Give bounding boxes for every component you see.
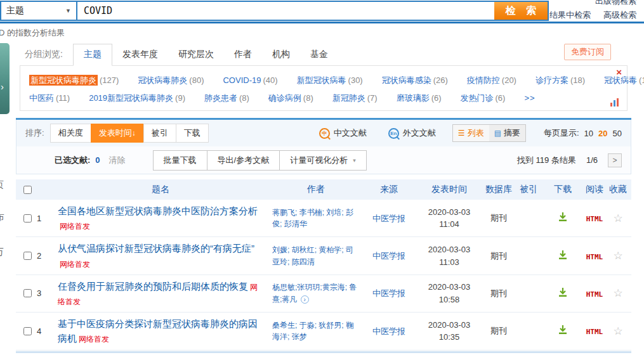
publish-date: 2020-03-03 — [416, 281, 483, 294]
tab-research-level[interactable]: 研究层次 — [168, 44, 224, 65]
row-checkbox[interactable] — [23, 214, 32, 223]
topic-tag[interactable]: 中医药(11) — [29, 92, 70, 104]
sort-cited-button[interactable]: 被引 — [143, 124, 176, 143]
read-html-link[interactable]: HTML — [586, 290, 603, 299]
topic-tag[interactable]: 确诊病例(8) — [268, 92, 313, 104]
batch-download-button[interactable]: 批量下载 — [153, 150, 207, 171]
chevron-right-icon[interactable]: › — [1, 81, 4, 92]
close-icon[interactable]: × — [616, 67, 622, 77]
per-page-50[interactable]: 50 — [613, 129, 622, 138]
article-title-link[interactable]: 全国各地区新型冠状病毒肺炎中医防治方案分析 — [58, 205, 258, 216]
select-all-checkbox[interactable] — [23, 186, 32, 194]
topic-tag[interactable]: 冠状病毒肺炎(80) — [138, 74, 204, 86]
read-html-link[interactable]: HTML — [586, 328, 603, 336]
results-panel: 分组浏览: 主题 发表年度 研究层次 作者 机构 基金 免费订阅 × 新型冠状病… — [16, 41, 631, 353]
download-icon[interactable] — [558, 287, 568, 300]
publish-time: 11:03 — [416, 256, 483, 269]
topic-tag[interactable]: 发热门诊(6) — [461, 92, 506, 104]
group-browse-tabs: 分组浏览: 主题 发表年度 研究层次 作者 机构 基金 免费订阅 — [16, 41, 631, 65]
next-page-button[interactable]: > — [608, 153, 622, 167]
article-authors[interactable]: 杨思敏;张玥玥;黄宗海; 鲁熹;蒋凡 › — [272, 281, 362, 305]
sort-label: 排序: — [25, 127, 44, 139]
export-references-button[interactable]: 导出/参考文献 — [207, 150, 280, 171]
topic-row-1: 新型冠状病毒肺炎(127) 冠状病毒肺炎(80) COVID-19(40) 新型… — [29, 71, 618, 89]
favorite-star-icon[interactable]: ☆ — [613, 250, 622, 262]
publish-time: 10:58 — [416, 294, 483, 306]
tab-fund[interactable]: 基金 — [300, 44, 338, 65]
search-in-results-link[interactable]: 结果中检索 — [549, 10, 591, 21]
search-scope-select[interactable]: 主题 ▼ — [1, 2, 77, 20]
topic-tag[interactable]: 磨玻璃影(6) — [397, 92, 442, 104]
tab-author[interactable]: 作者 — [224, 44, 262, 65]
tab-publish-year[interactable]: 发表年度 — [112, 44, 168, 65]
sort-publish-time-button[interactable]: 发表时间↓ — [91, 124, 144, 143]
source-journal-link[interactable]: 中医学报 — [372, 326, 405, 336]
topic-tag[interactable]: 冠状病毒感染(26) — [382, 74, 448, 86]
topic-tag[interactable]: 疫情防控(20) — [467, 74, 516, 86]
download-icon[interactable] — [558, 212, 568, 224]
search-bar: 主题 ▼ 检 索 出版物检索 结果中检索 高级检索 — [0, 0, 644, 22]
left-edge-text-fragment: 页 — [0, 179, 6, 191]
sort-relevance-button[interactable]: 相关度 — [50, 124, 91, 143]
table-row: 2 从伏气温病探讨新型冠状病毒肺炎的“有病无症”网络首发 刘媛; 胡秋红; 黄柏… — [16, 237, 631, 274]
favorite-star-icon[interactable]: ☆ — [613, 325, 622, 337]
download-icon[interactable] — [558, 250, 568, 262]
per-page-10[interactable]: 10 — [584, 129, 593, 138]
metrics-visualization-button[interactable]: 计量可视化分析 ▾ — [279, 150, 367, 171]
topic-tag[interactable]: 2019新型冠状病毒肺炎(9) — [89, 92, 185, 104]
foreign-docs-filter[interactable]: En 外文文献 — [388, 127, 436, 139]
free-subscribe-button[interactable]: 免费订阅 — [564, 44, 611, 60]
clear-selection-link[interactable]: 清除 — [109, 155, 126, 166]
topic-tag[interactable]: COVID-19(40) — [223, 74, 277, 86]
topic-tag[interactable]: 新冠肺炎(7) — [332, 92, 378, 104]
topic-tag[interactable]: 肺炎患者(8) — [204, 92, 249, 104]
source-journal-link[interactable]: 中医学报 — [372, 288, 405, 298]
row-checkbox[interactable] — [23, 327, 32, 335]
per-page-20[interactable]: 20 — [598, 129, 607, 138]
chinese-docs-filter[interactable]: 中 中文文献 — [319, 127, 367, 139]
per-page-selector: 每页显示: 10 20 50 — [544, 127, 622, 139]
list-view-button[interactable]: ☰ 列表 — [453, 125, 489, 141]
article-authors[interactable]: 蒋鹏飞; 李书楠; 刘培; 彭俊; 彭清华 — [272, 207, 362, 230]
favorite-star-icon[interactable]: ☆ — [613, 212, 622, 224]
column-header-favorite: 收藏 — [606, 184, 630, 195]
sort-download-button[interactable]: 下载 — [176, 124, 209, 143]
article-title-link[interactable]: 从伏气温病探讨新型冠状病毒肺炎的“有病无症” — [58, 243, 254, 254]
divider — [0, 22, 644, 23]
read-html-link[interactable]: HTML — [586, 253, 603, 261]
search-button[interactable]: 检 索 — [494, 2, 548, 20]
source-journal-link[interactable]: 中医学报 — [372, 214, 405, 223]
abstract-view-button[interactable]: ▤ 摘要 — [489, 125, 525, 141]
row-checkbox[interactable] — [23, 289, 32, 297]
article-authors[interactable]: 桑希生; 于淼; 狄舒男; 鞠海洋; 张梦 — [272, 320, 362, 343]
topic-tag[interactable]: 诊疗方案(18) — [536, 74, 585, 86]
database-type: 期刊 — [483, 250, 515, 262]
publish-time: 11:04 — [416, 218, 483, 231]
row-checkbox[interactable] — [23, 252, 32, 260]
more-topics-link[interactable]: >> — [524, 93, 535, 103]
more-authors-icon[interactable]: › — [301, 295, 309, 304]
column-header-title: 题名 — [46, 184, 272, 195]
article-authors[interactable]: 刘媛; 胡秋红; 黄柏学; 司亚玲; 陈四清 — [272, 244, 362, 268]
topic-tag[interactable]: 新型冠状病毒肺炎(127) — [29, 74, 119, 86]
topic-tag[interactable]: 新型冠状病毒(30) — [297, 74, 363, 86]
read-html-link[interactable]: HTML — [586, 215, 603, 223]
article-title-link[interactable]: 任督灸用于新冠肺炎的预防和后期体质的恢复 — [58, 281, 248, 292]
favorite-star-icon[interactable]: ☆ — [613, 287, 622, 299]
table-row: 3 任督灸用于新冠肺炎的预防和后期体质的恢复网络首发 杨思敏;张玥玥;黄宗海; … — [16, 275, 631, 313]
publication-search-link[interactable]: 出版物检索 — [595, 0, 636, 7]
search-input[interactable] — [77, 2, 494, 20]
tab-institution[interactable]: 机构 — [262, 44, 300, 65]
tab-subject[interactable]: 主题 — [73, 44, 112, 66]
publish-time: 10:35 — [416, 331, 483, 344]
advanced-search-link[interactable]: 高级检索 — [603, 10, 636, 21]
topic-tag[interactable]: 冠状病毒(12) — [604, 74, 644, 86]
download-icon[interactable] — [558, 325, 568, 337]
english-magnifier-icon: En — [388, 128, 399, 139]
column-header-cited: 被引 — [515, 184, 542, 195]
divider — [16, 351, 631, 353]
index-analysis-subheader: D 的指数分析结果 — [0, 27, 644, 39]
trend-chart-icon[interactable] — [610, 98, 622, 106]
publish-date: 2020-03-03 — [416, 243, 483, 256]
source-journal-link[interactable]: 中医学报 — [372, 251, 405, 261]
